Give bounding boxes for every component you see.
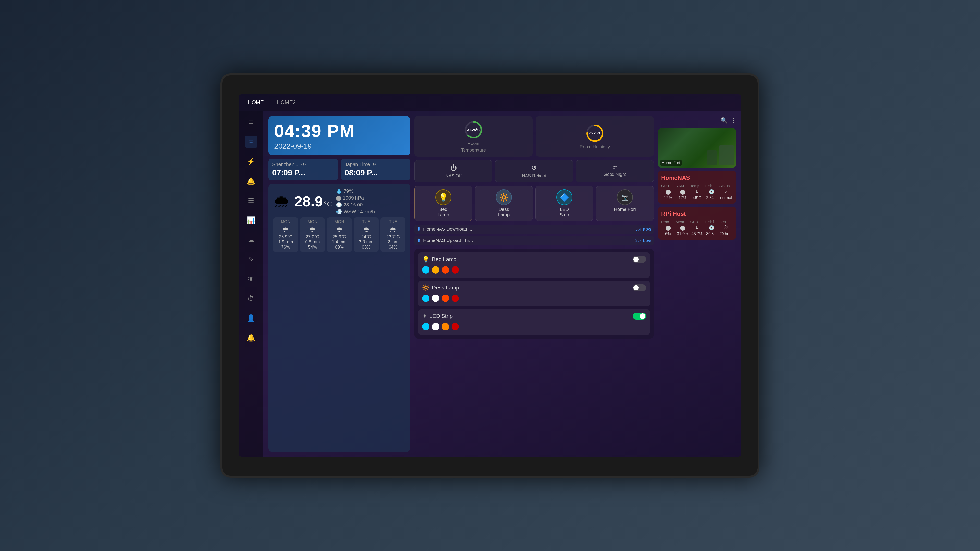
desk-lamp-color-3[interactable] (442, 295, 449, 302)
forecast-humidity-4: 64% (382, 245, 404, 250)
bed-lamp-toggle[interactable] (633, 256, 646, 263)
weather-cloud-icon: 🌧 (273, 192, 290, 211)
upload-stat: ⬆ HomeNAS Upload Thr... 3.7 kb/s (414, 236, 654, 245)
forecast-day-label-1: MON (302, 219, 323, 224)
forecast-day-label-0: MON (275, 219, 296, 224)
sidebar-lightning-icon[interactable]: ⚡ (245, 155, 257, 167)
weather-main: 🌧 28.9 °C 💧 79% (273, 188, 406, 214)
rpi-last-header: Last... (719, 220, 733, 224)
forecast-icon-1: 🌧 (302, 225, 323, 233)
action-buttons-row: ⏻ NAS Off ↺ NAS Reboot zzz Good Night (414, 160, 654, 182)
forecast-high-2: 25.9°C (329, 234, 350, 240)
forecast-rain-4: 2 mm (382, 240, 404, 245)
led-strip-toggle-knob (640, 313, 645, 319)
led-strip-name-area: ✦ LED Strip (422, 313, 452, 319)
led-strip-color-4[interactable] (452, 323, 459, 330)
bed-lamp-color-2[interactable] (432, 266, 439, 273)
desk-lamp-ctrl-icon: 🔆 (422, 284, 430, 291)
led-strip-color-3[interactable] (442, 323, 449, 330)
rpi-proc-value: 6% (661, 232, 675, 236)
forecast-day-label-4: TUE (382, 219, 404, 224)
tab-home[interactable]: HOME (244, 97, 268, 108)
forecast-day-0: MON 🌧 28.9°C 1.9 mm 76% (273, 218, 298, 252)
bed-lamp-color-3[interactable] (442, 266, 449, 273)
weather-wind-row: 💨 WSW 14 km/h (336, 209, 375, 214)
forecast-row: MON 🌧 28.9°C 1.9 mm 76% MON 🌧 27.0°C 0.8 (273, 218, 406, 252)
sidebar: ≡ ⊞ ⚡ 🔔 ☰ 📊 ☁ ✎ 👁 ⏱ 👤 🔔 (239, 111, 263, 457)
rpi-mem-icon: ⬤ (676, 225, 689, 231)
homenas-title: HomeNAS (661, 175, 733, 181)
desk-lamp-toggle-knob (633, 285, 639, 291)
content-area: 04:39 PM 2022-09-19 Shenzhen ... 👁 07:09… (263, 111, 741, 457)
rpi-proc-icon: ⬤ (661, 225, 675, 231)
sidebar-chart-icon[interactable]: 📊 (245, 214, 257, 226)
desk-lamp-colors (422, 294, 646, 303)
weather-unit: °C (324, 200, 332, 208)
desk-lamp-color-4[interactable] (452, 295, 459, 302)
nas-cpu-header: CPU (661, 184, 675, 188)
desk-lamp-color-1[interactable] (422, 295, 430, 302)
homenas-card: HomeNAS CPU RAM Temp Disk... Status ⬤ ⬤ … (658, 171, 736, 203)
download-icon: ⬇ (417, 226, 421, 232)
sidebar-history-icon[interactable]: ⏱ (245, 292, 257, 305)
camera-icon: 📷 (617, 189, 633, 205)
japan-label: Japan Time 👁 (345, 162, 406, 167)
sidebar-cloud-icon[interactable]: ☁ (245, 233, 257, 246)
rpi-last-icon: ⏱ (719, 225, 733, 231)
weather-pressure-row: ⬤ 1009 hPa (336, 195, 375, 201)
search-icon[interactable]: 🔍 (721, 117, 728, 124)
sidebar-person-icon[interactable]: 👤 (245, 312, 257, 324)
good-night-button[interactable]: zzz Good Night (576, 160, 654, 182)
bed-lamp-color-1[interactable] (422, 266, 430, 273)
desk-lamp-color-2[interactable] (432, 295, 439, 302)
sidebar-list-icon[interactable]: ☰ (245, 194, 257, 207)
forecast-rain-0: 1.9 mm (275, 240, 296, 245)
nas-cpu-value: 12% (661, 196, 675, 200)
forecast-icon-0: 🌧 (275, 225, 296, 233)
sidebar-menu-icon[interactable]: ≡ (245, 116, 257, 128)
sidebar-alert-icon[interactable]: 🔔 (245, 332, 257, 344)
devices-grid: 💡 BedLamp 🔆 DeskLamp 🔷 LEDStrip 📷 (414, 186, 654, 221)
rpi-mem-header: Mem... (676, 220, 689, 224)
led-strip-device[interactable]: 🔷 LEDStrip (535, 186, 593, 221)
forecast-high-3: 24°C (356, 234, 377, 240)
forecast-icon-2: 🌧 (329, 225, 350, 233)
tab-home2[interactable]: HOME2 (273, 97, 300, 108)
bed-lamp-control: 💡 Bed Lamp (418, 252, 650, 278)
main-content: ≡ ⊞ ⚡ 🔔 ☰ 📊 ☁ ✎ 👁 ⏱ 👤 🔔 04:39 P (239, 111, 741, 457)
sidebar-eye-icon[interactable]: 👁 (245, 273, 257, 285)
bed-lamp-icon: 💡 (435, 189, 451, 205)
download-value: 3.4 kb/s (635, 227, 651, 232)
bed-lamp-ctrl-name: Bed Lamp (432, 256, 457, 262)
bed-lamp-header: 💡 Bed Lamp (422, 256, 646, 263)
desk-lamp-name-area: 🔆 Desk Lamp (422, 284, 459, 291)
bed-lamp-toggle-knob (633, 257, 639, 262)
forecast-humidity-3: 63% (356, 245, 377, 250)
rpi-mem-value: 31.0% (676, 232, 689, 236)
weather-details: 💧 79% ⬤ 1009 hPa 🕐 23:16:00 (336, 188, 375, 214)
led-strip-color-2[interactable] (432, 323, 439, 330)
forecast-rain-3: 3.3 mm (356, 240, 377, 245)
sidebar-grid-icon[interactable]: ⊞ (245, 136, 257, 148)
rpi-disk-value: 89.8... (705, 232, 718, 236)
forecast-humidity-1: 54% (302, 245, 323, 250)
menu-dots-icon[interactable]: ⋮ (730, 117, 736, 124)
japan-time: 08:09 P... (345, 168, 406, 177)
bed-lamp-device[interactable]: 💡 BedLamp (414, 186, 473, 221)
weather-widget: 🌧 28.9 °C 💧 79% (268, 184, 410, 452)
desk-lamp-toggle[interactable] (633, 284, 646, 291)
camera-object-1 (719, 146, 734, 165)
shenzhen-time: 07:09 P... (272, 168, 334, 177)
led-strip-color-1[interactable] (422, 323, 430, 330)
camera-device[interactable]: 📷 Home Fori (596, 186, 654, 221)
led-strip-toggle[interactable] (633, 313, 646, 319)
desk-lamp-device[interactable]: 🔆 DeskLamp (475, 186, 533, 221)
nas-off-button[interactable]: ⏻ NAS Off (414, 160, 492, 182)
sidebar-bell-icon[interactable]: 🔔 (245, 175, 257, 187)
sidebar-edit-icon[interactable]: ✎ (245, 253, 257, 265)
rpi-card: RPi Host Proc... Mem... CPU Disk f... La… (658, 207, 736, 240)
bed-lamp-color-4[interactable] (452, 266, 459, 273)
shenzhen-label: Shenzhen ... 👁 (272, 162, 334, 167)
upload-label: HomeNAS Upload Thr... (423, 238, 473, 243)
nas-reboot-button[interactable]: ↺ NAS Reboot (495, 160, 573, 182)
